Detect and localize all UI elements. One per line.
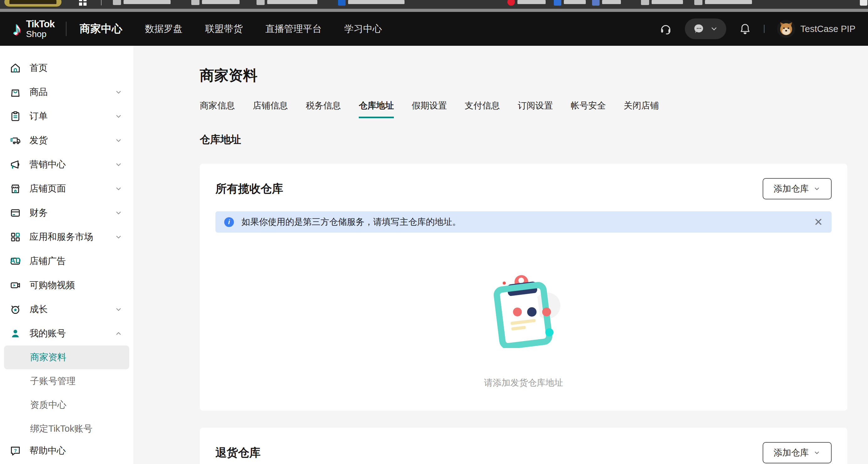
bookmarks-divider	[101, 0, 102, 7]
bookmark-item[interactable]	[694, 0, 752, 7]
tab-merchant-info[interactable]: 商家信息	[200, 100, 235, 118]
sidebar-item-marketing[interactable]: 营销中心	[0, 152, 133, 177]
close-icon[interactable]: ✕	[805, 217, 823, 227]
support-headset-icon[interactable]	[659, 22, 672, 35]
sidebar-subitem-qualification-center[interactable]: 资质中心	[0, 393, 133, 417]
nav-live-platform[interactable]: 直播管理平台	[265, 23, 322, 35]
return-warehouse-card: 退货仓库 添加仓库 i 基于进出口通关流程障碍和商家设置，对英国跨境卖家我们提供…	[200, 428, 847, 464]
messages-button[interactable]	[685, 19, 726, 39]
tab-payment-info[interactable]: 支付信息	[465, 100, 500, 118]
growth-icon	[9, 304, 21, 315]
nav-learning-center[interactable]: 学习中心	[344, 23, 382, 35]
storefront-icon	[9, 183, 21, 195]
sidebar-item-finance[interactable]: 财务	[0, 200, 133, 225]
bookmark-item[interactable]	[256, 0, 317, 7]
sidebar-item-label: 可购物视频	[29, 279, 75, 291]
bookmark-item[interactable]	[860, 0, 867, 7]
chevron-down-icon	[115, 209, 123, 217]
bookmark-item-facebook[interactable]	[338, 0, 405, 7]
bookmark-item-youtube[interactable]	[507, 0, 546, 7]
card-title: 退货仓库	[215, 445, 260, 461]
nav-data-compass[interactable]: 数据罗盘	[145, 23, 183, 35]
sidebar-subitem-merchant-profile[interactable]: 商家资料	[4, 345, 129, 369]
bookmark-item[interactable]	[641, 0, 683, 7]
tab-tax-info[interactable]: 税务信息	[306, 100, 341, 118]
chat-bubble-icon	[693, 23, 705, 35]
tab-account-security[interactable]: 帐号安全	[571, 100, 606, 118]
sidebar-item-shop-page[interactable]: 店铺页面	[0, 177, 133, 200]
sidebar-item-shoppable-video[interactable]: 可购物视频	[0, 273, 133, 297]
browser-bookmarks-bar	[0, 0, 868, 9]
bookmark-item[interactable]	[592, 0, 621, 7]
chevron-down-icon	[115, 160, 123, 169]
empty-clipboard-illustration	[480, 273, 567, 348]
tab-holiday-settings[interactable]: 假期设置	[412, 100, 447, 118]
sidebar-item-growth[interactable]: 成长	[0, 297, 133, 321]
header-nav: 商家中心 数据罗盘 联盟带货 直播管理平台 学习中心	[80, 22, 382, 36]
add-warehouse-label: 添加仓库	[774, 447, 809, 459]
tab-warehouse-address[interactable]: 仓库地址	[359, 100, 394, 118]
sidebar-item-label: 发货	[29, 134, 48, 147]
sidebar-item-shop-ads[interactable]: AD 店铺广告	[0, 249, 133, 273]
sidebar-item-home[interactable]: 首页	[0, 56, 133, 80]
help-icon: ?	[9, 445, 21, 457]
apps-grid-icon[interactable]	[79, 0, 87, 7]
notifications-bell-icon[interactable]	[739, 23, 751, 35]
chevron-down-icon	[115, 136, 123, 145]
sidebar-item-label: 首页	[29, 62, 48, 74]
sidebar-item-products[interactable]: 商品	[0, 80, 133, 104]
finance-icon	[9, 207, 21, 219]
empty-state-text: 请添加发货仓库地址	[215, 377, 832, 389]
profile-tabs: 商家信息 店铺信息 税务信息 仓库地址 假期设置 支付信息 订阅设置 帐号安全 …	[200, 100, 847, 118]
chevron-down-icon	[115, 233, 123, 241]
info-banner: i 如果你使用的是第三方仓储服务，请填写主仓库的地址。 ✕	[215, 211, 832, 233]
bookmark-label-stub	[9, 0, 57, 4]
sidebar-item-label: 应用和服务市场	[29, 231, 93, 243]
bookmark-item[interactable]	[554, 0, 586, 7]
svg-text:AD: AD	[10, 256, 21, 264]
sidebar-item-shipping[interactable]: 发货	[0, 128, 133, 152]
tiktok-shop-logo[interactable]: ♪ TikTok Shop	[12, 19, 55, 38]
video-icon	[9, 279, 21, 291]
add-warehouse-button[interactable]: 添加仓库	[763, 178, 832, 199]
tab-close-shop[interactable]: 关闭店铺	[624, 100, 659, 118]
sidebar: 首页 商品 订单	[0, 46, 133, 464]
header-right-divider	[764, 25, 765, 33]
info-banner-text: 如果你使用的是第三方仓储服务，请填写主仓库的地址。	[242, 215, 461, 229]
sidebar-item-label: 成长	[29, 303, 48, 316]
page-title: 商家资料	[200, 66, 847, 85]
header-divider	[66, 22, 66, 36]
sidebar-item-label: 我的账号	[29, 327, 66, 340]
avatar	[777, 20, 795, 38]
tab-shop-info[interactable]: 店铺信息	[253, 100, 288, 118]
account-menu[interactable]: TestCase PIP	[777, 20, 856, 38]
add-return-warehouse-button[interactable]: 添加仓库	[763, 442, 832, 463]
chevron-down-icon	[813, 449, 820, 457]
nav-seller-center[interactable]: 商家中心	[80, 22, 122, 36]
logo-line1: TikTok	[26, 19, 55, 29]
chevron-up-icon	[115, 330, 123, 338]
bookmark-item[interactable]	[113, 0, 170, 7]
sidebar-item-label: 营销中心	[29, 158, 66, 171]
chevron-down-icon	[115, 185, 123, 193]
sidebar-subitem-subaccounts[interactable]: 子账号管理	[0, 369, 133, 393]
marketing-icon	[9, 159, 21, 171]
nav-affiliate[interactable]: 联盟带货	[205, 23, 243, 35]
logo-line2: Shop	[26, 29, 55, 38]
sidebar-item-orders[interactable]: 订单	[0, 104, 133, 128]
home-icon	[9, 62, 21, 74]
chevron-down-icon	[710, 25, 718, 33]
bookmark-item[interactable]	[4, 0, 61, 7]
user-name: TestCase PIP	[800, 24, 856, 34]
sidebar-item-help-center[interactable]: ? 帮助中心	[0, 441, 133, 461]
pickup-warehouse-card: 所有揽收仓库 添加仓库 i 如果你使用的是第三方仓储服务，请填写主仓库的地址。 …	[200, 164, 847, 411]
sidebar-item-label: 财务	[29, 207, 48, 219]
card-title: 所有揽收仓库	[215, 181, 283, 196]
bookmark-item[interactable]	[191, 0, 240, 7]
sidebar-subitem-link-tiktok-account[interactable]: 绑定TikTok账号	[0, 417, 133, 441]
orders-icon	[9, 111, 21, 122]
sidebar-item-app-market[interactable]: 应用和服务市场	[0, 225, 133, 249]
sidebar-item-my-account[interactable]: 我的账号	[0, 321, 133, 345]
chevron-down-icon	[115, 88, 123, 96]
tab-subscription-settings[interactable]: 订阅设置	[518, 100, 553, 118]
